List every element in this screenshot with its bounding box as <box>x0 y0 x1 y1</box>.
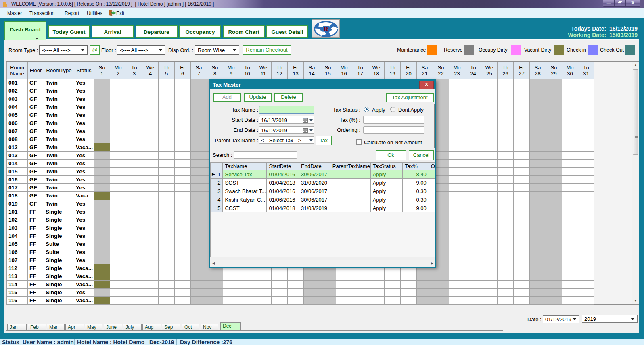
svg-text:R: R <box>324 26 328 33</box>
